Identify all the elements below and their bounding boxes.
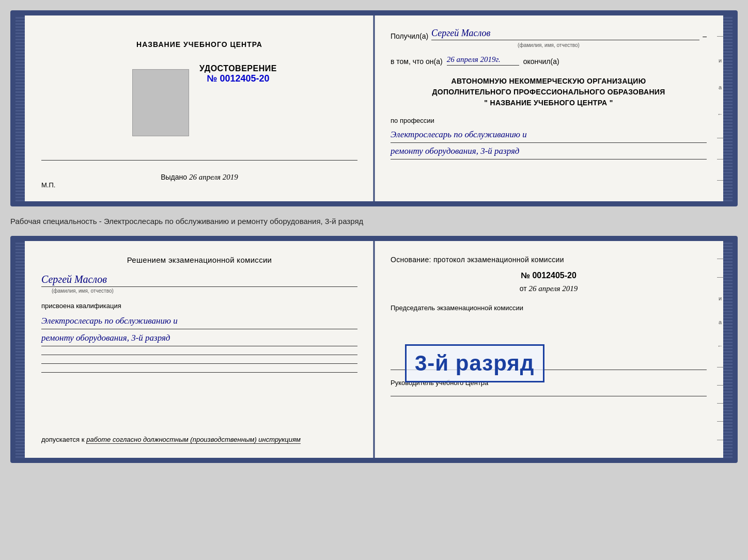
edge-dash-3 xyxy=(717,159,723,159)
protocol-number: № 0012405-20 xyxy=(391,271,707,280)
kval-line2: ремонту оборудования, 3-й разряд xyxy=(41,331,357,346)
b-edge-dash-6 xyxy=(717,421,723,422)
bottom-divider-3 xyxy=(41,372,357,373)
edge-letter-i: и xyxy=(717,57,723,63)
org-block: АВТОНОМНУЮ НЕКОММЕРЧЕСКУЮ ОРГАНИЗАЦИЮ ДО… xyxy=(391,76,707,108)
kval-line1: Электрослесарь по обслуживанию и xyxy=(41,314,357,329)
predsedatel-block: Председатель экзаменационной комиссии xyxy=(391,303,707,313)
ot-date-line: от 26 апреля 2019 xyxy=(391,284,707,293)
rukovoditel-sign-line xyxy=(391,396,707,396)
dopusk-text: работе согласно должностным (производств… xyxy=(86,436,301,444)
top-cert-left-panel: НАЗВАНИЕ УЧЕБНОГО ЦЕНТРА УДОСТОВЕРЕНИЕ №… xyxy=(15,15,374,201)
kval-text: Электрослесарь по обслуживанию и ремонту… xyxy=(41,314,357,346)
b-edge-dash-5 xyxy=(717,403,723,404)
b-edge-letter-arrow: ← xyxy=(717,343,723,349)
udost-number: № 0012405-20 xyxy=(199,73,277,84)
vydano-line: Выдано 26 апреля 2019 xyxy=(161,173,238,182)
fio-hint-top: (фамилия, имя, отчество) xyxy=(391,42,707,48)
vtom-label: в том, что он(а) xyxy=(391,57,443,66)
org-line2: ДОПОЛНИТЕЛЬНОГО ПРОФЕССИОНАЛЬНОГО ОБРАЗО… xyxy=(391,87,707,98)
bottom-cert-right-panel: Основание: протокол экзаменационной коми… xyxy=(374,241,733,458)
predsedatel-label: Председатель экзаменационной комиссии xyxy=(391,304,523,312)
b-edge-dash-7 xyxy=(717,440,723,440)
b-edge-letter-a: а xyxy=(717,319,723,325)
bottom-cert-left-panel: Решением экзаменационной комиссии Сергей… xyxy=(15,241,374,458)
between-text: Рабочая специальность - Электрослесарь п… xyxy=(10,215,738,228)
dash-1: – xyxy=(703,32,707,40)
edge-letter-a: а xyxy=(717,84,723,90)
poluchil-name: Сергей Маслов xyxy=(431,28,699,40)
mp-text: М.П. xyxy=(41,181,55,189)
edge-dash-1 xyxy=(717,36,723,37)
top-cert-right-panel: Получил(а) Сергей Маслов – (фамилия, имя… xyxy=(374,15,733,201)
ot-label: от xyxy=(520,284,527,293)
bottom-name: Сергей Маслов xyxy=(41,274,357,287)
dopuskaetsya-block: допускается к работе согласно должностны… xyxy=(41,435,364,443)
resheniem-title: Решением экзаменационной комиссии xyxy=(41,255,357,264)
stamp-box: 3-й разряд xyxy=(405,344,544,382)
org-line1: АВТОНОМНУЮ НЕКОММЕРЧЕСКУЮ ОРГАНИЗАЦИЮ xyxy=(391,76,707,87)
top-cert-center-title: НАЗВАНИЕ УЧЕБНОГО ЦЕНТРА xyxy=(136,40,262,49)
bottom-right-edge-decoration: и а ← xyxy=(717,241,723,458)
vydano-label: Выдано xyxy=(161,173,187,181)
b-edge-dash-4 xyxy=(717,385,723,386)
vydano-date: 26 апреля 2019 xyxy=(189,173,238,181)
profession-text: Электрослесарь по обслуживанию и ремонту… xyxy=(391,127,707,159)
udost-block: УДОСТОВЕРЕНИЕ № 0012405-20 xyxy=(199,64,277,84)
vtom-okoncil: окончил(а) xyxy=(523,57,559,66)
bottom-divider-1 xyxy=(41,355,357,355)
right-edge-decoration: и а ← xyxy=(717,15,723,201)
photo-placeholder xyxy=(132,69,189,136)
ot-date-value: 26 апреля 2019 xyxy=(528,284,578,293)
bottom-certificate: Решением экзаменационной комиссии Сергей… xyxy=(10,236,738,463)
prisvoena-text: присвоена квалификация xyxy=(41,302,357,310)
udost-title: УДОСТОВЕРЕНИЕ xyxy=(199,64,277,73)
b-edge-dash-1 xyxy=(717,259,723,259)
bottom-divider-2 xyxy=(41,363,357,364)
poluchil-line: Получил(а) Сергей Маслов – xyxy=(391,28,707,40)
profession-line1: Электрослесарь по обслуживанию и xyxy=(391,127,707,143)
poluchil-label: Получил(а) xyxy=(391,32,428,40)
edge-dash-4 xyxy=(717,180,723,181)
stamp-text: 3-й разряд xyxy=(415,351,535,376)
divider-line-1 xyxy=(41,160,357,161)
edge-dash-2 xyxy=(717,138,723,138)
edge-letter-arrow: ← xyxy=(717,111,723,117)
po-professii-label: по профессии xyxy=(391,117,707,124)
vtom-line: в том, что он(а) 26 апреля 2019г. окончи… xyxy=(391,55,707,66)
top-certificate: НАЗВАНИЕ УЧЕБНОГО ЦЕНТРА УДОСТОВЕРЕНИЕ №… xyxy=(10,10,738,206)
page-wrapper: НАЗВАНИЕ УЧЕБНОГО ЦЕНТРА УДОСТОВЕРЕНИЕ №… xyxy=(10,10,738,463)
profession-line2: ремонту оборудования, 3-й разряд xyxy=(391,144,707,159)
vtom-date: 26 апреля 2019г. xyxy=(447,55,519,66)
osnovanie-title: Основание: протокол экзаменационной коми… xyxy=(391,255,707,264)
b-edge-dash-3 xyxy=(717,367,723,367)
b-edge-letter-i: и xyxy=(717,295,723,301)
b-edge-dash-2 xyxy=(717,277,723,278)
fio-hint-bottom: (фамилия, имя, отчество) xyxy=(52,288,357,294)
org-line3: " НАЗВАНИЕ УЧЕБНОГО ЦЕНТРА " xyxy=(391,98,707,108)
dopusk-label: допускается к xyxy=(41,436,84,443)
